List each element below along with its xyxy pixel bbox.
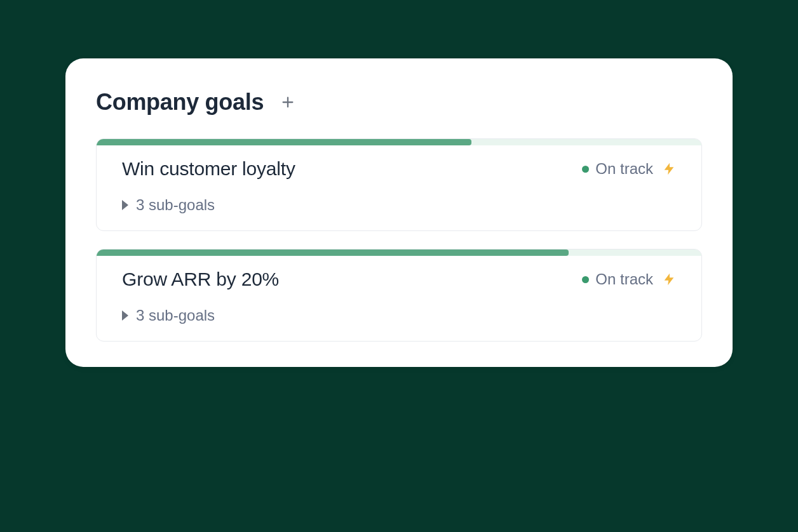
bolt-icon [662,162,676,176]
goal-body: Grow ARR by 20% On track 3 sub-goals [97,256,701,341]
card-header: Company goals [96,89,702,116]
page-title: Company goals [96,89,264,116]
goal-body: Win customer loyalty On track 3 sub-goal… [97,145,701,230]
status-dot-icon [582,166,589,173]
goal-status: On track [582,270,676,288]
subgoals-toggle[interactable]: 3 sub-goals [122,196,676,214]
goal-title: Grow ARR by 20% [122,269,279,290]
goal-card[interactable]: Win customer loyalty On track 3 sub-goal… [96,138,702,231]
plus-icon [281,95,295,109]
progress-fill [97,139,471,145]
subgoals-toggle[interactable]: 3 sub-goals [122,307,676,324]
caret-right-icon [122,200,128,210]
goal-card[interactable]: Grow ARR by 20% On track 3 sub-goals [96,249,702,342]
status-text: On track [595,160,653,178]
goal-title-row: Win customer loyalty On track [122,158,676,180]
progress-fill [97,249,569,256]
status-text: On track [595,270,653,288]
goal-status: On track [582,160,676,178]
add-goal-button[interactable] [279,93,297,111]
caret-right-icon [122,310,128,321]
goal-title-row: Grow ARR by 20% On track [122,269,676,290]
subgoals-count: 3 sub-goals [136,307,215,324]
progress-track [97,139,701,145]
goal-title: Win customer loyalty [122,158,295,180]
bolt-icon [662,272,676,286]
goals-card: Company goals Win customer loyalty On tr… [65,58,733,367]
progress-track [97,249,701,256]
subgoals-count: 3 sub-goals [136,196,215,214]
status-dot-icon [582,276,589,283]
